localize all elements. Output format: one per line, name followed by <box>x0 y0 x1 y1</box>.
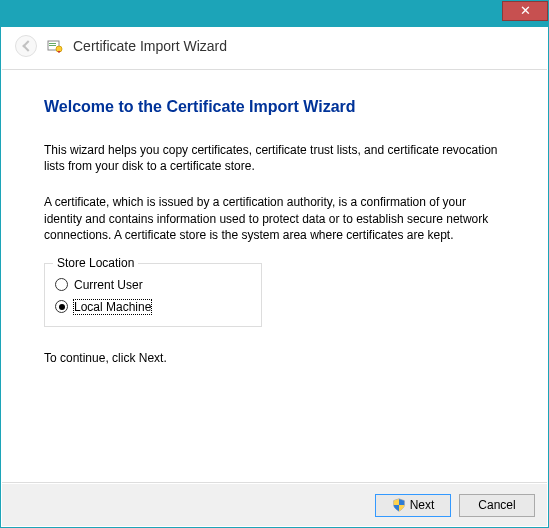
radio-current-user[interactable]: Current User <box>55 278 251 292</box>
uac-shield-icon <box>392 498 406 512</box>
next-button[interactable]: Next <box>375 494 451 517</box>
store-location-legend: Store Location <box>53 256 138 270</box>
titlebar: ✕ <box>1 1 548 27</box>
radio-label-local-machine: Local Machine <box>74 300 151 314</box>
radio-icon <box>55 300 68 313</box>
wizard-footer: Next Cancel <box>2 484 547 526</box>
wizard-window: ✕ Certificate Import Wizard Welcome to t… <box>0 0 549 528</box>
cancel-button[interactable]: Cancel <box>459 494 535 517</box>
close-icon: ✕ <box>520 3 531 18</box>
close-button[interactable]: ✕ <box>502 1 548 21</box>
wizard-content: Welcome to the Certificate Import Wizard… <box>2 69 547 483</box>
certificate-wizard-icon <box>47 38 63 54</box>
intro-text: This wizard helps you copy certificates,… <box>44 142 505 174</box>
wizard-title: Certificate Import Wizard <box>73 38 227 54</box>
next-label: Next <box>410 498 435 512</box>
wizard-header: Certificate Import Wizard <box>1 27 548 67</box>
radio-local-machine[interactable]: Local Machine <box>55 300 251 314</box>
store-location-group: Store Location Current User Local Machin… <box>44 263 262 327</box>
radio-label-current-user: Current User <box>74 278 143 292</box>
svg-rect-1 <box>49 43 56 44</box>
description-text: A certificate, which is issued by a cert… <box>44 194 505 243</box>
continue-hint: To continue, click Next. <box>44 351 505 365</box>
back-button[interactable] <box>15 35 37 57</box>
svg-rect-2 <box>49 45 56 46</box>
cancel-label: Cancel <box>478 498 515 512</box>
page-heading: Welcome to the Certificate Import Wizard <box>44 98 505 116</box>
radio-icon <box>55 278 68 291</box>
